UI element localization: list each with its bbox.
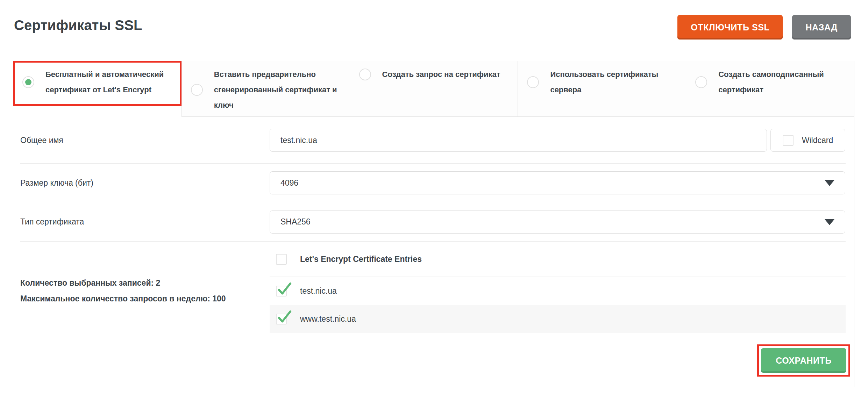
- entries-info: Количество выбранных записей: 2 Максимал…: [13, 275, 270, 307]
- entry-checkbox-checked[interactable]: [276, 314, 287, 324]
- disable-ssl-button[interactable]: ОТКЛЮЧИТЬ SSL: [677, 15, 783, 40]
- tab-label: Создать самоподписанный сертификат: [718, 67, 848, 98]
- wildcard-checkbox[interactable]: [783, 135, 794, 146]
- save-button-highlight: СОХРАНИТЬ: [757, 344, 850, 377]
- radio-icon[interactable]: [695, 76, 707, 88]
- cert-type-label: Тип сертификата: [13, 217, 270, 227]
- entries-header-label: Let's Encrypt Certificate Entries: [300, 255, 422, 264]
- select-all-checkbox[interactable]: [276, 254, 287, 265]
- entry-row[interactable]: test.nic.ua: [270, 277, 846, 305]
- cert-type-value: SHA256: [280, 217, 311, 227]
- common-name-input[interactable]: test.nic.ua: [270, 129, 767, 152]
- wildcard-label: Wildcard: [802, 136, 833, 145]
- radio-icon[interactable]: [527, 76, 539, 88]
- common-name-row: Общее имя test.nic.ua Wildcard: [13, 117, 854, 164]
- wildcard-toggle[interactable]: Wildcard: [770, 129, 845, 152]
- tab-label: Бесплатный и автоматический сертификат о…: [45, 67, 175, 98]
- certificate-mode-tabs: Бесплатный и автоматический сертификат о…: [13, 61, 854, 117]
- check-icon: [277, 310, 292, 325]
- page-title: Сертификаты SSL: [14, 17, 142, 33]
- entry-checkbox-checked[interactable]: [276, 286, 287, 297]
- entries-list: Let's Encrypt Certificate Entries test.n…: [270, 242, 846, 340]
- selected-count-text: Количество выбранных записей: 2: [20, 275, 270, 291]
- save-button[interactable]: СОХРАНИТЬ: [761, 348, 846, 373]
- tab-lets-encrypt[interactable]: Бесплатный и автоматический сертификат о…: [13, 61, 182, 106]
- max-requests-text: Максимальное количество запросов в недел…: [20, 291, 270, 307]
- entries-list-header: Let's Encrypt Certificate Entries: [270, 242, 846, 277]
- key-size-value: 4096: [280, 178, 298, 188]
- tab-create-csr[interactable]: Создать запрос на сертификат: [350, 61, 518, 117]
- cert-type-row: Тип сертификата SHA256: [13, 202, 854, 242]
- common-name-value: test.nic.ua: [280, 136, 317, 145]
- tab-paste-certificate[interactable]: Вставить предварительно сгенерированный …: [182, 61, 350, 117]
- tab-self-signed[interactable]: Создать самоподписанный сертификат: [686, 61, 854, 117]
- entry-label: www.test.nic.ua: [300, 314, 356, 324]
- entry-row[interactable]: www.test.nic.ua: [270, 305, 846, 333]
- panel-footer: СОХРАНИТЬ: [13, 340, 854, 387]
- top-buttons: ОТКЛЮЧИТЬ SSL НАЗАД: [677, 15, 851, 40]
- cert-type-select[interactable]: SHA256: [270, 210, 845, 234]
- check-icon: [277, 282, 292, 297]
- radio-selected-icon[interactable]: [22, 76, 34, 88]
- back-button[interactable]: НАЗАД: [792, 15, 851, 40]
- radio-icon[interactable]: [359, 69, 371, 80]
- chevron-down-icon: [825, 180, 834, 186]
- chevron-down-icon: [825, 219, 834, 225]
- entry-label: test.nic.ua: [300, 286, 337, 296]
- tab-label: Вставить предварительно сгенерированный …: [214, 67, 343, 113]
- key-size-label: Размер ключа (бит): [13, 178, 270, 188]
- ssl-certificates-panel: Бесплатный и автоматический сертификат о…: [13, 61, 854, 387]
- tab-label: Использовать сертификаты сервера: [550, 67, 680, 98]
- radio-icon[interactable]: [191, 84, 203, 96]
- key-size-select[interactable]: 4096: [270, 171, 845, 194]
- entries-row: Количество выбранных записей: 2 Максимал…: [13, 242, 854, 340]
- key-size-row: Размер ключа (бит) 4096: [13, 164, 854, 202]
- tab-server-certificates[interactable]: Использовать сертификаты сервера: [518, 61, 686, 117]
- tab-label: Создать запрос на сертификат: [382, 67, 500, 82]
- common-name-label: Общее имя: [13, 136, 270, 145]
